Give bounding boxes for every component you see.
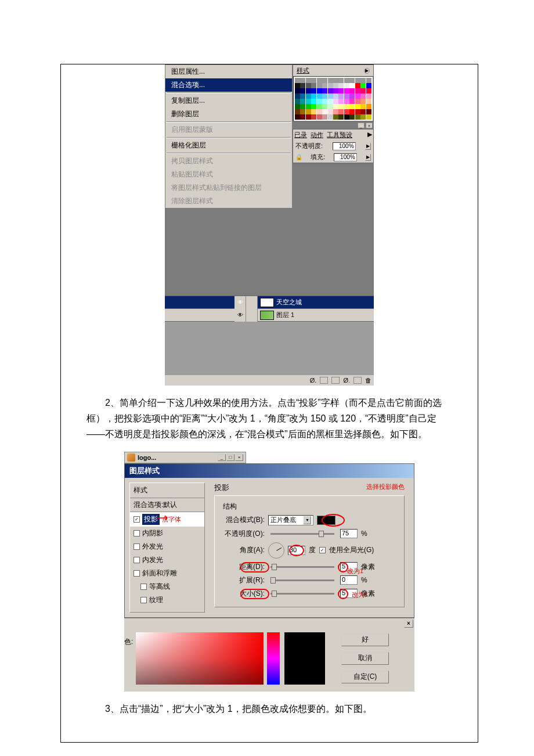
close-button[interactable]: × [404, 620, 413, 628]
swatch-cell[interactable] [360, 93, 366, 99]
swatch-cell[interactable] [366, 109, 371, 114]
swatch-cell[interactable] [311, 114, 316, 120]
swatch-cell[interactable] [311, 109, 316, 114]
swatch-cell[interactable] [295, 78, 300, 83]
swatch-cell[interactable] [338, 88, 344, 93]
new-folder-icon[interactable] [331, 377, 340, 384]
swatch-cell[interactable] [295, 99, 300, 104]
opacity-slider[interactable] [270, 533, 334, 535]
visibility-toggle-icon[interactable]: 👁 [234, 296, 246, 309]
swatch-cell[interactable] [306, 99, 311, 104]
minimize-button[interactable]: _ [218, 454, 226, 461]
swatch-cell[interactable] [295, 114, 300, 120]
swatch-cell[interactable] [322, 78, 327, 83]
swatch-cell[interactable] [366, 88, 371, 93]
swatch-cell[interactable] [355, 88, 360, 93]
swatch-cell[interactable] [322, 114, 327, 120]
swatch-cell[interactable] [306, 88, 311, 93]
swatch-cell[interactable] [355, 99, 360, 104]
fx-icon[interactable]: Ø. [310, 377, 317, 384]
swatch-cell[interactable] [311, 88, 316, 93]
swatch-cell[interactable] [300, 83, 305, 88]
swatch-cell[interactable] [360, 114, 366, 120]
angle-dial[interactable] [268, 542, 284, 559]
swatch-cell[interactable] [300, 93, 305, 99]
swatch-cell[interactable] [349, 88, 355, 93]
swatch-cell[interactable] [333, 109, 338, 114]
swatch-cell[interactable] [328, 88, 333, 93]
panel-menu-icon[interactable]: ▶ [367, 131, 372, 139]
menu-item-layer-properties[interactable]: 图层属性... [165, 65, 292, 78]
swatch-cell[interactable] [344, 83, 349, 88]
swatch-cell[interactable] [360, 104, 366, 109]
new-layer-icon[interactable] [353, 377, 362, 384]
ok-button[interactable]: 好 [341, 633, 389, 646]
swatch-cell[interactable] [355, 83, 360, 88]
swatch-cell[interactable] [295, 93, 300, 99]
checkbox-contour[interactable] [140, 584, 147, 590]
swatch-cell[interactable] [360, 83, 366, 88]
swatch-cell[interactable] [355, 114, 360, 120]
swatch-cell[interactable] [317, 109, 322, 114]
swatch-cell[interactable] [300, 114, 305, 120]
swatch-cell[interactable] [322, 93, 327, 99]
swatch-cell[interactable] [366, 99, 371, 104]
checkbox-outer-glow[interactable] [134, 543, 140, 550]
checkbox-inner-shadow[interactable] [134, 530, 140, 537]
swatches-grid[interactable] [293, 76, 373, 121]
swatch-cell[interactable] [360, 88, 366, 93]
swatch-cell[interactable] [360, 99, 366, 104]
sidebar-item-inner-shadow[interactable]: 内阴影 [130, 527, 204, 540]
swatch-cell[interactable] [306, 93, 311, 99]
menu-item-duplicate-layer[interactable]: 复制图层... [165, 94, 292, 107]
fill-input[interactable]: 100% [334, 153, 357, 161]
color-gradient-field[interactable] [136, 632, 264, 685]
swatch-cell[interactable] [328, 99, 333, 104]
layer-row-1[interactable]: 👁 图层 1 [165, 309, 374, 322]
dropdown-arrow-icon[interactable]: ▼ [304, 516, 311, 524]
swatch-cell[interactable] [295, 109, 300, 114]
swatch-cell[interactable] [366, 83, 371, 88]
checkbox-bevel[interactable] [134, 570, 140, 577]
swatch-cell[interactable] [366, 114, 371, 120]
swatch-cell[interactable] [349, 93, 355, 99]
layer-row-sky[interactable]: 👁 T 天空之城 [165, 296, 374, 309]
swatch-cell[interactable] [349, 109, 355, 114]
checkbox-global-light[interactable] [319, 547, 326, 553]
swatch-cell[interactable] [328, 83, 333, 88]
add-mask-icon[interactable] [320, 377, 328, 384]
swatch-cell[interactable] [311, 78, 316, 83]
swatch-cell[interactable] [333, 114, 338, 120]
swatch-cell[interactable] [338, 109, 344, 114]
swatch-cell[interactable] [344, 78, 349, 83]
blend-mode-dropdown[interactable]: 正片叠底 ▼ [268, 515, 313, 525]
fill-flyout-icon[interactable]: ▶ [365, 154, 371, 161]
opacity-input[interactable]: 100% [333, 142, 356, 150]
close-button[interactable]: × [235, 454, 243, 461]
spread-input[interactable]: 0 [340, 575, 358, 585]
swatch-cell[interactable] [344, 104, 349, 109]
swatch-cell[interactable] [338, 78, 344, 83]
maximize-button[interactable]: □ [226, 454, 234, 461]
swatch-cell[interactable] [322, 83, 327, 88]
swatch-cell[interactable] [344, 93, 349, 99]
swatch-cell[interactable] [317, 99, 322, 104]
size-slider[interactable] [270, 593, 334, 595]
swatch-cell[interactable] [300, 104, 305, 109]
checkbox-inner-glow[interactable] [134, 557, 140, 563]
swatch-cell[interactable] [311, 93, 316, 99]
swatch-cell[interactable] [333, 88, 338, 93]
swatch-cell[interactable] [349, 83, 355, 88]
swatch-cell[interactable] [317, 104, 322, 109]
opacity-input[interactable]: 75 [340, 529, 358, 538]
swatch-cell[interactable] [366, 78, 371, 83]
swatch-cell[interactable] [311, 99, 316, 104]
sidebar-item-texture[interactable]: 纹理 [130, 593, 204, 607]
swatch-cell[interactable] [317, 83, 322, 88]
trash-icon[interactable]: 🗑 [365, 377, 371, 384]
swatch-cell[interactable] [344, 109, 349, 114]
tab-preset[interactable]: 工具预设 [327, 131, 352, 139]
swatch-cell[interactable] [360, 109, 366, 114]
swatch-cell[interactable] [322, 99, 327, 104]
swatch-cell[interactable] [317, 78, 322, 83]
